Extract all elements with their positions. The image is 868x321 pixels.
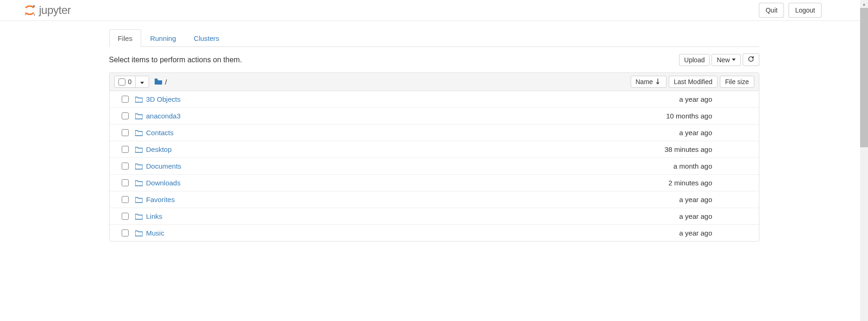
file-name-link[interactable]: Contacts — [146, 129, 174, 137]
svg-point-1 — [25, 14, 26, 15]
folder-icon — [135, 146, 143, 153]
file-row: Contactsa year ago — [110, 124, 759, 141]
svg-point-0 — [33, 5, 35, 7]
breadcrumb: / — [155, 78, 167, 86]
file-modified: 2 minutes ago — [633, 179, 712, 187]
new-label: New — [717, 56, 730, 64]
file-checkbox[interactable] — [122, 213, 129, 220]
folder-icon — [135, 230, 143, 236]
scrollbar-up-icon[interactable]: ▴ — [860, 0, 868, 8]
sort-size-button[interactable]: File size — [720, 76, 754, 88]
folder-home-icon[interactable] — [155, 78, 162, 86]
quit-button[interactable]: Quit — [759, 3, 784, 18]
file-name-link[interactable]: anaconda3 — [146, 112, 181, 120]
header-buttons: Quit Logout — [759, 3, 822, 18]
folder-icon — [135, 163, 143, 170]
tab-running[interactable]: Running — [141, 29, 185, 47]
file-row: Documentsa month ago — [110, 158, 759, 175]
file-row: Desktop38 minutes ago — [110, 141, 759, 158]
caret-down-icon — [140, 82, 144, 84]
file-name-link[interactable]: Downloads — [146, 179, 181, 187]
tab-files[interactable]: Files — [109, 29, 142, 47]
file-checkbox[interactable] — [122, 179, 129, 186]
file-row: Favoritesa year ago — [110, 191, 759, 208]
main-container: Files Running Clusters Select items to p… — [93, 29, 776, 242]
file-row: Linksa year ago — [110, 208, 759, 225]
selected-count: 0 — [128, 78, 132, 85]
file-checkbox[interactable] — [122, 163, 129, 170]
file-modified: a month ago — [633, 162, 712, 170]
select-all-check[interactable]: 0 — [115, 76, 136, 87]
logo[interactable]: jupyter — [23, 4, 71, 17]
file-row: Musica year ago — [110, 225, 759, 241]
folder-icon — [135, 180, 143, 186]
select-hint: Select items to perform actions on them. — [109, 56, 242, 64]
file-modified: a year ago — [633, 212, 712, 220]
toolbar: Select items to perform actions on them.… — [109, 47, 759, 72]
arrow-down-icon: 🡓 — [655, 78, 661, 85]
file-name-link[interactable]: Music — [146, 229, 164, 237]
file-list: 0 / Name 🡓 Last Modified File — [109, 72, 759, 242]
select-all-group: 0 — [114, 76, 150, 88]
file-name-link[interactable]: 3D Objects — [146, 95, 181, 103]
scrollbar[interactable]: ▴ — [860, 0, 868, 242]
file-name-link[interactable]: Documents — [146, 162, 182, 170]
file-checkbox[interactable] — [122, 229, 129, 236]
toolbar-actions: Upload New — [679, 53, 759, 66]
file-row: Downloads2 minutes ago — [110, 175, 759, 191]
refresh-button[interactable] — [743, 53, 759, 66]
folder-icon — [135, 213, 143, 220]
refresh-icon — [748, 56, 754, 64]
file-checkbox[interactable] — [122, 129, 129, 136]
breadcrumb-separator: / — [165, 78, 167, 86]
file-rows: 3D Objectsa year agoanaconda310 months a… — [110, 91, 759, 241]
file-modified: a year ago — [633, 95, 712, 103]
caret-down-icon — [732, 59, 736, 61]
file-checkbox[interactable] — [122, 96, 129, 103]
file-row: 3D Objectsa year ago — [110, 91, 759, 108]
file-checkbox[interactable] — [122, 196, 129, 203]
scrollbar-thumb[interactable] — [860, 8, 868, 147]
list-header: 0 / Name 🡓 Last Modified File — [110, 73, 759, 91]
tabs: Files Running Clusters — [109, 29, 759, 47]
svg-point-2 — [34, 14, 35, 15]
file-modified: 38 minutes ago — [633, 145, 712, 153]
file-row: anaconda310 months ago — [110, 108, 759, 124]
file-name-link[interactable]: Desktop — [146, 145, 172, 153]
select-filter-dropdown[interactable] — [136, 76, 149, 87]
jupyter-logo-icon — [23, 4, 36, 17]
folder-icon — [135, 96, 143, 103]
select-all-checkbox[interactable] — [118, 79, 125, 85]
tab-clusters[interactable]: Clusters — [185, 29, 228, 47]
folder-icon — [135, 113, 143, 119]
folder-icon — [135, 130, 143, 136]
new-button[interactable]: New — [711, 54, 740, 66]
file-modified: a year ago — [633, 196, 712, 203]
logout-button[interactable]: Logout — [789, 3, 822, 18]
upload-button[interactable]: Upload — [679, 54, 710, 66]
file-name-link[interactable]: Links — [146, 212, 163, 220]
file-modified: 10 months ago — [633, 112, 712, 120]
name-col-label: Name — [636, 78, 653, 85]
file-checkbox[interactable] — [122, 112, 129, 119]
folder-icon — [135, 197, 143, 203]
header: jupyter Quit Logout — [0, 0, 868, 21]
file-modified: a year ago — [633, 129, 712, 137]
file-name-link[interactable]: Favorites — [146, 196, 175, 203]
logo-text: jupyter — [39, 4, 71, 17]
sort-modified-button[interactable]: Last Modified — [669, 76, 718, 88]
sort-name-button[interactable]: Name 🡓 — [631, 76, 666, 88]
file-modified: a year ago — [633, 229, 712, 237]
file-checkbox[interactable] — [122, 146, 129, 153]
